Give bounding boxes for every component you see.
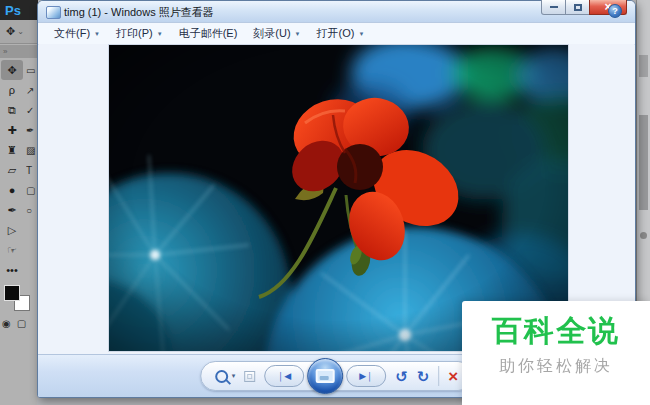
crop-tool-button[interactable]: ⧉ bbox=[1, 100, 23, 120]
menu-open-label: 打开(O) bbox=[317, 26, 355, 41]
minimize-button[interactable] bbox=[541, 0, 566, 15]
next-icon: ▶ bbox=[359, 371, 366, 381]
screen: Ps ✥ ⌄ » ✥ ρ ⧉ ✚ ♜ ▱ ● ✒ ▷ ☞ ••• ▭ ↗ ✓ ✒… bbox=[0, 0, 650, 405]
actual-size-button[interactable] bbox=[244, 371, 255, 382]
foreground-color-swatch[interactable] bbox=[4, 285, 20, 301]
help-button[interactable]: ? bbox=[608, 4, 622, 18]
menu-open[interactable]: 打开(O) ▼ bbox=[309, 24, 373, 43]
magnifier-icon bbox=[215, 370, 228, 383]
watermark-subtitle: 助你轻松解决 bbox=[462, 356, 650, 377]
panel-collapse-icon: » bbox=[3, 47, 7, 56]
photoshop-logo: Ps bbox=[5, 3, 21, 18]
tool-panel-header: » bbox=[0, 45, 38, 58]
chevron-down-icon: ⌄ bbox=[17, 27, 24, 36]
delete-button[interactable]: × bbox=[448, 368, 458, 385]
watermark-title: 百科全说 bbox=[462, 311, 650, 352]
more-tools-button[interactable]: ••• bbox=[1, 260, 23, 280]
next-button[interactable]: ▶ │ bbox=[346, 365, 386, 387]
move-tool-button[interactable]: ✥ bbox=[1, 60, 23, 80]
chevron-down-icon: ▾ bbox=[232, 372, 236, 380]
photoshop-toolbar: Ps ✥ ⌄ » ✥ ρ ⧉ ✚ ♜ ▱ ● ✒ ▷ ☞ ••• ▭ ↗ ✓ ✒… bbox=[0, 0, 38, 405]
bar-icon: │ bbox=[278, 372, 283, 381]
previous-button[interactable]: │ ◀ bbox=[264, 365, 304, 387]
chevron-down-icon: ▼ bbox=[94, 31, 100, 37]
menu-bar: 文件(F) ▼ 打印(P) ▼ 电子邮件(E) 刻录(U) ▼ 打开(O) ▼ bbox=[38, 23, 635, 45]
previous-icon: ◀ bbox=[284, 371, 291, 381]
menu-email[interactable]: 电子邮件(E) bbox=[171, 24, 246, 43]
minimize-icon bbox=[550, 6, 558, 8]
help-icon: ? bbox=[612, 6, 618, 16]
slideshow-button[interactable] bbox=[307, 358, 343, 394]
watermark-panel: 百科全说 助你轻松解决 bbox=[462, 301, 650, 405]
photoshop-appbar: Ps bbox=[0, 0, 38, 20]
color-swatches[interactable] bbox=[4, 285, 32, 311]
chevron-down-icon: ▼ bbox=[157, 31, 163, 37]
menu-file-label: 文件(F) bbox=[54, 26, 90, 41]
menu-burn-label: 刻录(U) bbox=[253, 26, 290, 41]
path-select-tool-button[interactable]: ▷ bbox=[1, 220, 23, 240]
healing-brush-tool-button[interactable]: ✚ bbox=[1, 120, 23, 140]
quick-mask-icon[interactable]: ◉ bbox=[2, 318, 11, 329]
viewer-toolbar: ▾ │ ◀ ▶ │ ↺ ↻ × bbox=[200, 361, 474, 391]
slideshow-icon bbox=[316, 369, 335, 383]
clone-stamp-tool-button[interactable]: ♜ bbox=[1, 140, 23, 160]
menu-print[interactable]: 打印(P) ▼ bbox=[108, 24, 171, 43]
dock-scrollbar[interactable] bbox=[639, 115, 648, 210]
toolbar-divider bbox=[438, 366, 439, 386]
title-bar[interactable]: timg (1) - Windows 照片查看器 × bbox=[38, 1, 635, 23]
pen-tool-button[interactable]: ✒ bbox=[1, 200, 23, 220]
eraser-tool-button[interactable]: ▱ bbox=[1, 160, 23, 180]
menu-print-label: 打印(P) bbox=[116, 26, 153, 41]
rotate-clockwise-button[interactable]: ↻ bbox=[417, 369, 430, 384]
window-title: timg (1) - Windows 照片查看器 bbox=[64, 5, 214, 20]
photoshop-options-bar: ✥ ⌄ bbox=[0, 20, 38, 44]
maximize-button[interactable] bbox=[565, 0, 590, 15]
menu-burn[interactable]: 刻录(U) ▼ bbox=[245, 24, 308, 43]
hand-tool-button[interactable]: ☞ bbox=[1, 240, 23, 260]
zoom-button[interactable]: ▾ bbox=[215, 370, 236, 383]
tool-column-1: ✥ ρ ⧉ ✚ ♜ ▱ ● ✒ ▷ ☞ ••• bbox=[1, 60, 26, 280]
lasso-tool-button[interactable]: ρ bbox=[1, 80, 23, 100]
blur-tool-button[interactable]: ● bbox=[1, 180, 23, 200]
toolbar-bottom-icons: ◉ ▢ bbox=[2, 318, 26, 329]
app-image-icon bbox=[46, 6, 61, 19]
menu-email-label: 电子邮件(E) bbox=[179, 26, 238, 41]
chevron-down-icon: ▼ bbox=[295, 31, 301, 37]
screen-mode-icon[interactable]: ▢ bbox=[17, 318, 26, 329]
bar-icon: │ bbox=[367, 372, 372, 381]
dock-panel-icon[interactable] bbox=[639, 55, 648, 77]
dock-knob[interactable] bbox=[640, 232, 647, 239]
chevron-down-icon: ▼ bbox=[358, 31, 364, 37]
menu-file[interactable]: 文件(F) ▼ bbox=[46, 24, 108, 43]
rotate-counterclockwise-button[interactable]: ↺ bbox=[395, 369, 408, 384]
move-tool-icon: ✥ bbox=[6, 25, 15, 38]
maximize-icon bbox=[574, 4, 582, 11]
